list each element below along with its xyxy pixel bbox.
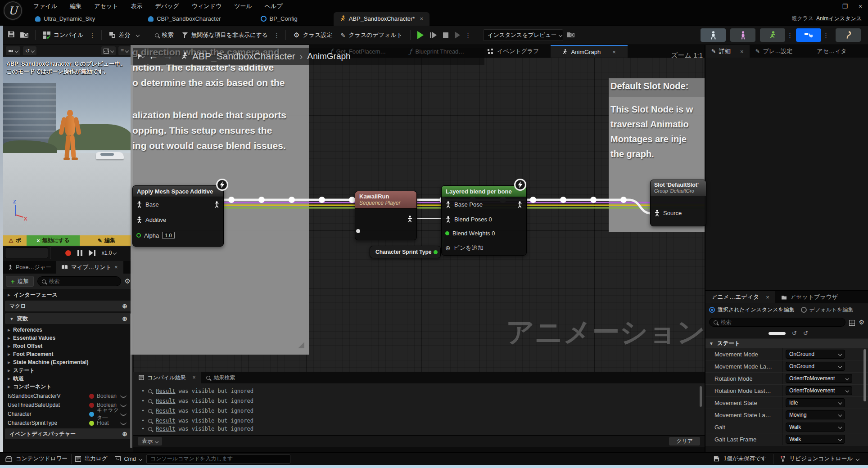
- window-close-button[interactable]: ×: [853, 3, 868, 10]
- class-settings-button[interactable]: ⚙ クラス設定: [289, 28, 336, 42]
- grid-view-icon[interactable]: [849, 320, 855, 325]
- close-icon[interactable]: ×: [740, 48, 744, 55]
- playback-speed-select[interactable]: x1.0: [102, 250, 117, 256]
- movement-state-last-select[interactable]: Moving: [786, 410, 845, 419]
- reset-icon[interactable]: ↺: [792, 330, 797, 337]
- variable-row[interactable]: IsSandboxCharacterV Boolean: [3, 392, 130, 400]
- add-macro-icon[interactable]: ⊕: [122, 302, 127, 310]
- pin-alpha[interactable]: Alpha 1.0: [136, 232, 175, 239]
- my-blueprint-search-input[interactable]: 検索: [37, 276, 121, 286]
- close-icon[interactable]: ×: [420, 15, 423, 22]
- category-root-offset[interactable]: ▸Root Offset: [3, 342, 130, 350]
- mini-slider[interactable]: [769, 332, 786, 335]
- breadcrumb-asset[interactable]: ABP_SandboxCharacter: [192, 58, 295, 62]
- animation-editor-options-menu[interactable]: ⋮: [785, 32, 795, 39]
- menu-help[interactable]: ヘルプ: [259, 0, 288, 12]
- frame-skip-button[interactable]: [430, 32, 437, 38]
- category-references[interactable]: ▸References: [3, 326, 130, 334]
- state-section-header[interactable]: ▼ ステート: [705, 338, 868, 348]
- result-link[interactable]: Result: [156, 426, 175, 432]
- result-link[interactable]: Result: [156, 408, 175, 414]
- window-minimize-button[interactable]: –: [822, 3, 837, 10]
- variable-row[interactable]: Character キャラクタ—: [3, 410, 130, 418]
- browse-asset-button[interactable]: [20, 31, 29, 40]
- viewport-options-button[interactable]: [6, 46, 20, 55]
- pin-blend-poses-0[interactable]: Blend Poses 0: [445, 216, 492, 223]
- pin-output-pose[interactable]: [517, 201, 523, 208]
- find-button[interactable]: 検索: [151, 28, 178, 42]
- pin-source[interactable]: Source: [654, 210, 682, 216]
- compile-options-menu[interactable]: ⋮: [88, 32, 98, 39]
- node-slot-defaultslot[interactable]: Slot 'DefaultSlot' Group 'DefaultGro Sou…: [650, 180, 705, 226]
- menu-asset[interactable]: アセット: [89, 0, 123, 12]
- reset-icon[interactable]: ↺: [803, 330, 808, 337]
- output-log-button[interactable]: 出力ログ: [75, 455, 108, 463]
- add-variable-icon[interactable]: ⊕: [122, 315, 127, 322]
- pin-output-pose[interactable]: [214, 201, 220, 208]
- eye-closed-icon[interactable]: [120, 413, 127, 416]
- movement-state-select[interactable]: Idle: [786, 398, 845, 407]
- pin-blend-weights-0[interactable]: Blend Weights 0: [445, 230, 495, 237]
- tab-cbp-sandboxcharacter[interactable]: CBP_SandboxCharacter: [142, 12, 227, 26]
- tab-abp-sandboxcharacter[interactable]: ABP_SandboxCharacter* ×: [334, 12, 429, 26]
- pin-base-pose[interactable]: Base Pose: [445, 201, 483, 208]
- preview-browse-button[interactable]: [567, 31, 575, 40]
- tab-bp-config[interactable]: BP_Config: [254, 12, 304, 26]
- tab-my-blueprint[interactable]: マイブ…リント ×: [56, 261, 123, 274]
- close-icon[interactable]: ×: [114, 264, 118, 270]
- section-macro[interactable]: マクロ⊕: [5, 301, 132, 311]
- hide-unrelated-button[interactable]: 無関係な項目を非表示にする: [178, 28, 272, 42]
- node-apply-mesh-space-additive[interactable]: Apply Mesh Space Additive Base Additive …: [133, 185, 224, 247]
- save-button[interactable]: [7, 30, 15, 40]
- window-maximize-button[interactable]: ❐: [837, 3, 853, 10]
- hide-unrelated-options-menu[interactable]: ⋮: [272, 32, 282, 39]
- diff-button[interactable]: 差分: [105, 28, 143, 42]
- show-filter-button[interactable]: 表示: [138, 437, 162, 446]
- revision-control-button[interactable]: リビジョンコントロール: [780, 455, 859, 463]
- menu-view[interactable]: 表示: [125, 0, 148, 12]
- parent-class-link[interactable]: Animインスタンス: [816, 15, 862, 22]
- stop-button[interactable]: [443, 32, 448, 38]
- nav-back-button[interactable]: ←: [149, 58, 158, 61]
- node-kawaiirun-sequence[interactable]: KawaiiRun Sequence Player: [355, 191, 417, 240]
- pin-base[interactable]: Base: [136, 201, 159, 208]
- rotation-mode-select[interactable]: OrientToMovement: [786, 374, 852, 383]
- tab-ultra-dynamic-sky[interactable]: Ultra_Dynamic_Sky: [29, 12, 101, 26]
- step-forward-button[interactable]: [89, 250, 95, 256]
- tab-find-results[interactable]: 結果検索: [201, 372, 240, 383]
- menu-edit[interactable]: 編集: [64, 0, 87, 12]
- cmd-select[interactable]: Cmd: [115, 456, 141, 462]
- blueprint-editor-options-menu[interactable]: ⋮: [821, 32, 831, 39]
- viewport-show-button[interactable]: [101, 46, 116, 55]
- preview-viewport[interactable]: ABP_SandboxCharacter_C のプレビュー中。 このモードではボ…: [3, 57, 133, 235]
- anim-preview-search-input[interactable]: 検索: [709, 318, 845, 327]
- menu-file[interactable]: ファイル: [28, 0, 63, 12]
- class-defaults-button[interactable]: ✎ クラスのデフォルト: [336, 28, 407, 42]
- node-layered-blend-per-bone[interactable]: Layered blend per bone Base Pose Blend P…: [441, 185, 527, 256]
- breadcrumb-page[interactable]: AnimGraph: [307, 58, 350, 61]
- pose-warning-button[interactable]: ⚠ポ: [3, 235, 27, 246]
- section-variables[interactable]: ▼変数 ⊕: [5, 313, 132, 324]
- tab-asset-editor[interactable]: アセ…ィタ: [811, 45, 852, 58]
- menu-tools[interactable]: ツール: [229, 0, 258, 12]
- menu-debug[interactable]: デバッグ: [149, 0, 184, 12]
- tab-asset-browser[interactable]: アセットブラウザ: [775, 291, 844, 303]
- tab-anim-preview-editor[interactable]: アニメ…エディタ ×: [705, 291, 775, 303]
- timeline-field[interactable]: [5, 248, 48, 258]
- clear-button[interactable]: クリア: [669, 437, 700, 446]
- gait-select[interactable]: Walk: [786, 423, 845, 432]
- preview-instance-select[interactable]: インスタンスをプレビュー: [483, 29, 563, 41]
- gait-last-frame-select[interactable]: Walk: [786, 435, 845, 444]
- tab-details[interactable]: ✎ 詳細 ×: [705, 45, 750, 58]
- category-state[interactable]: ▸ステート: [3, 366, 130, 374]
- record-button[interactable]: [65, 250, 71, 256]
- play-options-menu[interactable]: ⋮: [463, 32, 473, 39]
- comment-resize-handle[interactable]: [298, 342, 304, 348]
- section-interface[interactable]: ▸インターフェース: [3, 290, 130, 300]
- scrollbar[interactable]: [863, 349, 866, 401]
- tab-pose-watch-manager[interactable]: Pose…ジャー: [3, 261, 56, 274]
- add-pin-button[interactable]: ⊕ ピンを追加: [445, 244, 484, 252]
- content-drawer-button[interactable]: コンテンツドロワー: [5, 455, 68, 463]
- viewport-menu-button[interactable]: ≡: [118, 46, 131, 55]
- viewport-rotate-button[interactable]: ↺: [23, 46, 36, 55]
